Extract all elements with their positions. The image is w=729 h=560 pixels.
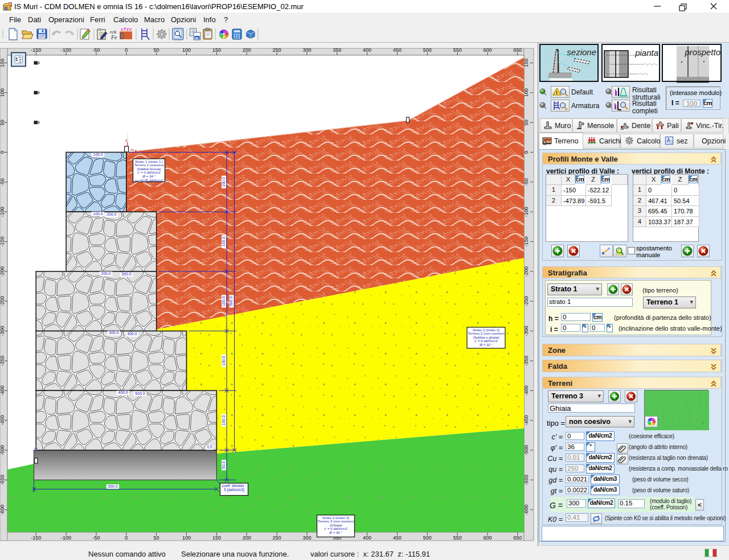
svg-text:-150: -150 (31, 535, 41, 541)
svg-text:-550: -550 (523, 475, 529, 485)
svg-text:300.0: 300.0 (108, 484, 118, 488)
svg-text:100.0: 100.0 (222, 415, 226, 426)
svg-text:100: 100 (0, 88, 5, 97)
svg-text:0: 0 (125, 535, 128, 541)
svg-text:-50: -50 (92, 535, 100, 541)
svg-text:W: W (195, 36, 199, 40)
svg-text:100.0: 100.0 (222, 237, 226, 247)
svg-text:-50: -50 (92, 47, 100, 53)
svg-text:250: 250 (273, 47, 281, 53)
svg-text:-100: -100 (61, 47, 71, 53)
svg-text:-350: -350 (523, 356, 529, 366)
svg-text:400: 400 (363, 47, 371, 53)
svg-text:Ø = 32 °: Ø = 32 ° (480, 343, 493, 347)
svg-text:50: 50 (154, 535, 159, 541)
svg-text:400.0: 400.0 (118, 390, 128, 394)
svg-text:400: 400 (363, 535, 371, 541)
svg-text:-250: -250 (0, 296, 5, 306)
svg-text:100: 100 (182, 47, 191, 53)
svg-text:250: 250 (273, 535, 281, 541)
svg-text:500: 500 (423, 535, 432, 541)
svg-text:-500: -500 (0, 445, 5, 455)
svg-text:100: 100 (182, 535, 191, 541)
svg-text:350: 350 (333, 47, 341, 53)
svg-text:600: 600 (483, 47, 492, 53)
svg-text:100.0: 100.0 (222, 296, 226, 306)
svg-text:50: 50 (523, 120, 529, 125)
svg-text:150: 150 (212, 47, 221, 53)
svg-text:-450: -450 (0, 415, 5, 426)
svg-text:-150: -150 (0, 236, 5, 246)
svg-text:200: 200 (243, 47, 251, 53)
svg-text:150: 150 (0, 59, 5, 67)
svg-text:0.0: 0.0 (207, 445, 212, 449)
svg-text:coeff. Winkler :: coeff. Winkler : (222, 484, 247, 488)
svg-text:300.0: 300.0 (109, 331, 119, 335)
svg-text:650: 650 (513, 535, 522, 541)
svg-text:0: 0 (125, 47, 128, 53)
svg-text:-200: -200 (523, 266, 529, 277)
svg-text:-100: -100 (523, 207, 529, 217)
svg-text:pianta: pianta (634, 48, 658, 57)
svg-text:500: 500 (423, 47, 432, 53)
svg-text:200: 200 (243, 535, 251, 541)
svg-text:-150: -150 (523, 236, 529, 246)
svg-text:500.0: 500.0 (135, 392, 145, 396)
svg-text:100.0: 100.0 (93, 153, 103, 157)
svg-text:-450: -450 (523, 415, 529, 426)
svg-text:-250: -250 (523, 296, 529, 306)
svg-text:650: 650 (513, 47, 522, 53)
svg-text:Ø = 36 °: Ø = 36 ° (329, 530, 342, 534)
svg-text:sezione: sezione (567, 47, 596, 57)
svg-text:50.0: 50.0 (222, 461, 226, 469)
svg-text:-600: -600 (0, 505, 5, 515)
svg-text:-100: -100 (0, 207, 5, 217)
svg-text:300.0: 300.0 (121, 272, 132, 276)
svg-text:!: ! (556, 90, 558, 96)
svg-text:-50: -50 (0, 178, 5, 186)
svg-text:100.0: 100.0 (93, 212, 103, 216)
svg-text:-300: -300 (523, 326, 529, 336)
svg-text:500.0: 500.0 (229, 296, 233, 306)
svg-text:0: 0 (0, 151, 5, 154)
svg-text:-400: -400 (523, 385, 529, 396)
svg-text:100.0: 100.0 (222, 177, 226, 187)
svg-text:Fe: Fe (110, 34, 117, 40)
svg-text:z: z (125, 138, 128, 143)
svg-text:150: 150 (523, 59, 529, 67)
svg-text:450: 450 (393, 47, 402, 53)
svg-text:x: x (135, 148, 137, 153)
svg-text:150: 150 (212, 535, 221, 541)
svg-text:-100: -100 (61, 535, 71, 541)
svg-text:550: 550 (453, 47, 462, 53)
svg-text:0: 0 (523, 151, 529, 154)
svg-text:5 [daN/cm3]: 5 [daN/cm3] (224, 488, 244, 492)
svg-text:100: 100 (523, 88, 529, 97)
svg-text:200.0: 200.0 (101, 271, 111, 275)
svg-text:-200: -200 (0, 266, 5, 277)
svg-text:prospetto: prospetto (684, 47, 720, 57)
svg-text:-600: -600 (523, 505, 529, 515)
svg-text:-50: -50 (523, 178, 529, 186)
svg-text:300: 300 (302, 535, 311, 541)
svg-text:-550: -550 (0, 475, 5, 485)
svg-text:50: 50 (154, 47, 159, 53)
svg-text:-150: -150 (31, 47, 41, 53)
svg-text:-350: -350 (0, 356, 5, 366)
svg-text:550: 550 (453, 535, 462, 541)
svg-text:-400: -400 (0, 385, 5, 396)
svg-text:-500: -500 (523, 445, 529, 455)
svg-text:400.0: 400.0 (127, 332, 137, 336)
svg-text:cu =0.05 daN/cm2: cu =0.05 daN/cm2 (135, 178, 163, 182)
svg-text:-300: -300 (0, 326, 5, 336)
svg-text:200.0: 200.0 (107, 212, 117, 216)
svg-text:600: 600 (483, 535, 492, 541)
svg-text:450: 450 (393, 535, 402, 541)
svg-text:100.0: 100.0 (222, 356, 226, 366)
svg-text:50: 50 (0, 120, 5, 125)
svg-text:300: 300 (302, 47, 311, 53)
